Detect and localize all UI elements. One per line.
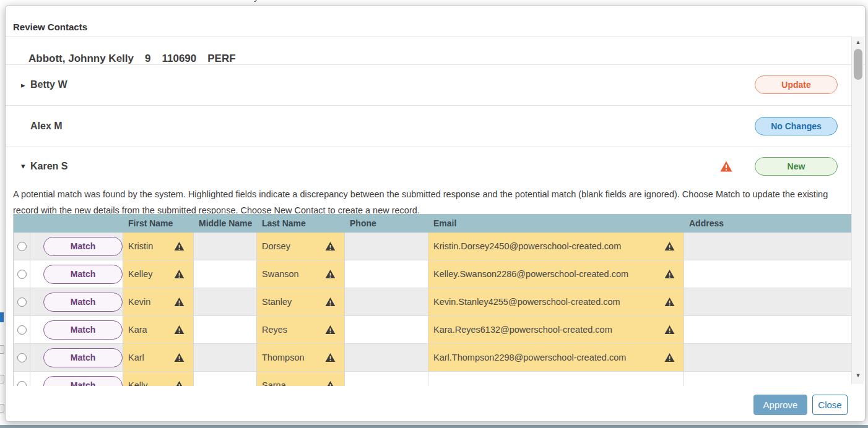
student-number: 110690 [162, 53, 196, 65]
cell-email: Kevin.Stanley4255@powerschool-created.co… [428, 288, 684, 315]
cell-email-value: Karl.Thompson2298@powerschool-created.co… [433, 353, 626, 362]
cell-first-name-value: Kelley [128, 269, 153, 279]
match-table-body: MatchKristinDorseyKristin.Dorsey2450@pow… [14, 233, 852, 386]
match-radio[interactable] [17, 270, 27, 279]
match-radio[interactable] [17, 325, 27, 335]
match-button[interactable]: Match [43, 320, 123, 340]
match-button[interactable]: Match [43, 265, 123, 284]
cell-last-name-value: Stanley [262, 297, 292, 307]
alert-triangle-icon [720, 161, 732, 172]
cell-first-name-value: Kevin [128, 297, 150, 307]
cell-middle-name [194, 288, 257, 315]
warning-icon [174, 270, 184, 279]
cell-first-name: Kelley [123, 260, 194, 288]
cell-email-value: Kristin.Dorsey2450@powerschool-created.c… [433, 241, 621, 251]
radio-cell [14, 344, 30, 371]
warning-icon [325, 353, 336, 362]
warning-icon [664, 325, 675, 335]
chevron-down-icon[interactable]: ▾ [21, 161, 30, 171]
cell-last-name: Thompson [257, 344, 345, 371]
contact-name: Betty W [30, 79, 67, 90]
data-source-label: Data Source [149, 0, 206, 2]
scrollbar-thumb[interactable] [854, 49, 862, 80]
vertical-scrollbar[interactable]: ▲ ▼ [851, 36, 864, 384]
warning-icon [174, 381, 184, 387]
col-header-email: Email [428, 214, 684, 233]
warning-icon [325, 242, 336, 251]
cell-first-name: Kara [123, 316, 194, 343]
cell-phone [345, 372, 428, 386]
cell-middle-name [194, 372, 257, 386]
table-row: MatchKevinStanleyKevin.Stanley4255@power… [14, 288, 852, 316]
match-radio[interactable] [17, 353, 27, 362]
radio-cell [14, 288, 30, 315]
warning-icon [174, 297, 184, 307]
cell-email: Karl.Thompson2298@powerschool-created.co… [428, 344, 684, 371]
background-fragment [0, 375, 4, 383]
cell-middle-name [194, 344, 257, 371]
divider [6, 36, 865, 37]
student-school: PERF [207, 53, 235, 65]
cell-middle-name [194, 260, 257, 288]
col-header-first-name: First Name [123, 214, 194, 233]
radio-cell [14, 233, 30, 260]
cell-last-name: Stanley [257, 288, 345, 315]
new-button[interactable]: New [755, 157, 838, 176]
close-button[interactable]: Close [812, 395, 848, 415]
update-button[interactable]: Update [755, 75, 838, 94]
match-button[interactable]: Match [43, 376, 123, 387]
background-bottom-bar [0, 425, 868, 428]
match-button[interactable]: Match [43, 348, 123, 367]
cell-email: Kara.Reyes6132@powerschool-created.com [428, 316, 684, 343]
contact-row-karen[interactable]: ▾ Karen S New [6, 147, 851, 185]
cell-first-name-value: Kristin [128, 241, 153, 251]
warning-icon [325, 325, 336, 335]
cell-address [684, 344, 852, 371]
cell-first-name-value: Karl [128, 353, 144, 362]
cell-last-name-value: Sarna [262, 380, 286, 386]
cell-address [684, 288, 852, 315]
cell-last-name-value: Dorsey [262, 241, 290, 251]
table-row: MatchKarlThompsonKarl.Thompson2298@power… [14, 344, 852, 372]
show-by-person-dropdown[interactable]: Show by Person [224, 0, 290, 2]
chevron-right-icon[interactable]: ▸ [21, 80, 30, 90]
warning-icon [664, 297, 675, 307]
col-header-empty [14, 214, 30, 233]
scroll-up-icon[interactable]: ▲ [852, 39, 864, 45]
match-button[interactable]: Match [43, 293, 123, 312]
approve-button[interactable]: Approve [753, 395, 807, 415]
warning-icon [664, 353, 675, 362]
match-cell: Match [30, 344, 123, 371]
match-button[interactable]: Match [43, 237, 123, 256]
cell-email [428, 372, 684, 386]
contact-row-alex[interactable]: Alex M No Changes [6, 106, 851, 147]
match-radio[interactable] [17, 381, 27, 387]
match-cell: Match [30, 288, 123, 315]
warning-icon [664, 270, 675, 279]
match-radio[interactable] [17, 242, 27, 251]
radio-cell [14, 260, 30, 288]
cell-last-name-value: Thompson [262, 353, 305, 362]
cell-middle-name [194, 233, 257, 260]
no-changes-button[interactable]: No Changes [755, 117, 838, 135]
cell-last-name: Sarna [257, 372, 345, 386]
cell-phone [345, 344, 428, 371]
contact-row-betty[interactable]: ▸ Betty W Update [6, 64, 851, 106]
cell-last-name: Swanson [257, 260, 345, 288]
scroll-down-icon[interactable]: ▼ [852, 372, 864, 379]
match-radio[interactable] [17, 297, 27, 307]
warning-icon [174, 242, 184, 251]
radio-cell [14, 372, 30, 386]
cell-phone [345, 316, 428, 343]
match-table-header: First NameMiddle NameLast NamePhoneEmail… [14, 214, 852, 233]
background-fragment [0, 404, 4, 413]
contact-name: Alex M [30, 121, 63, 132]
contact-name: Karen S [30, 161, 67, 172]
radio-cell [14, 316, 30, 343]
cell-email-value: Kara.Reyes6132@powerschool-created.com [433, 325, 612, 335]
cell-first-name-value: Kelly [128, 380, 147, 386]
match-cell: Match [30, 372, 123, 386]
cell-last-name-value: Reyes [262, 325, 287, 335]
table-row: MatchKristinDorseyKristin.Dorsey2450@pow… [14, 233, 852, 260]
cell-first-name: Karl [123, 344, 194, 371]
